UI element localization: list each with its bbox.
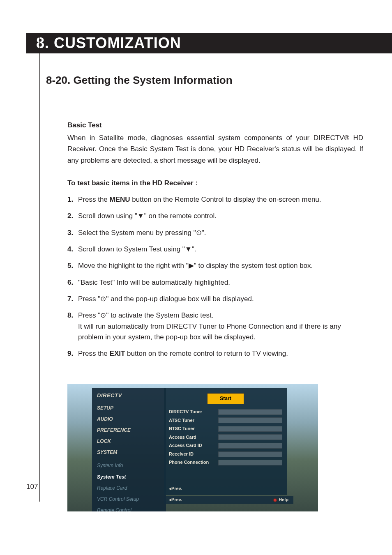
step-number: 7. [67, 294, 78, 304]
step-number: 5. [67, 260, 78, 271]
step-6: 6. "Basic Test" Info will be automatical… [67, 277, 363, 288]
select-icon: ⊙ [100, 295, 106, 303]
step-text: Scroll down to System Test using "▼". [78, 244, 363, 255]
row-label: Access Card [169, 434, 218, 441]
test-row-directv-tuner: DIRECTV Tuner [169, 408, 282, 416]
step-text-fragment: Select the System menu by pressing " [78, 229, 196, 237]
row-value [218, 426, 282, 432]
step-text: Press the EXIT button on the remote cont… [78, 348, 363, 359]
step-7: 7. Press "⊙" and the pop-up dialogue box… [67, 294, 363, 304]
sidebar-item-system-test[interactable]: System Test [97, 472, 161, 483]
exit-bold: EXIT [110, 350, 125, 357]
help-hint: Help [273, 496, 288, 504]
sidebar-item-system-info[interactable]: System Info [97, 460, 161, 471]
step-text-fragment: " to activate the System Basic test. [106, 311, 213, 319]
row-value [218, 409, 282, 415]
step-2: 2. Scroll down using "▼" on the remote c… [67, 211, 363, 221]
step-number: 2. [67, 211, 78, 221]
select-icon: ⊙ [100, 311, 106, 319]
start-button[interactable]: Start [207, 393, 244, 404]
body-text: Basic Test When in Satellite mode, diagn… [67, 120, 363, 511]
row-label: Phone Connection [169, 459, 218, 466]
step-text-fragment: " and the pop-up dialogue box will be di… [106, 295, 254, 303]
step-text-fragment: It will run automatically from DIRECTV T… [78, 322, 341, 341]
step-number: 4. [67, 244, 78, 255]
row-label: Receiver ID [169, 451, 218, 458]
sidebar-item-system[interactable]: SYSTEM [97, 447, 161, 458]
basic-test-heading: Basic Test [67, 120, 363, 131]
step-text: Press "⊙" to activate the System Basic t… [78, 310, 363, 343]
select-icon: ⊙ [196, 229, 202, 237]
row-value [218, 434, 282, 440]
chapter-title: 8. CUSTOMIZATION [36, 35, 181, 52]
left-rule [39, 33, 40, 502]
step-text-fragment: button on the remote control to return t… [125, 350, 288, 357]
step-8: 8. Press "⊙" to activate the System Basi… [67, 310, 363, 343]
sidebar-item-setup[interactable]: SETUP [97, 403, 161, 414]
step-1: 1. Press the MENU button on the Remote C… [67, 194, 363, 205]
instructions-heading: To test basic items in the HD Receiver : [67, 177, 363, 189]
sidebar-item-remote-control[interactable]: Remote Control [97, 505, 161, 511]
step-text-fragment: Scroll down using " [78, 212, 137, 220]
row-value [218, 451, 282, 457]
help-label: Help [279, 497, 288, 502]
step-text: Press "⊙" and the pop-up dialogue box wi… [78, 294, 363, 304]
step-9: 9. Press the EXIT button on the remote c… [67, 348, 363, 359]
tv-screenshot: DIRECTV SETUP AUDIO PREFERENCE LOCK SYST… [67, 384, 318, 511]
test-row-access-card-id: Access Card ID [169, 442, 282, 449]
panel-bottom-bar: ◂Prev. Help [164, 496, 293, 504]
test-row-atsc-tuner: ATSC Tuner [169, 417, 282, 424]
sidebar-item-replace-card[interactable]: Replace Card [97, 483, 161, 494]
step-text-fragment: ". [192, 245, 196, 253]
step-number: 9. [67, 348, 78, 359]
step-number: 1. [67, 194, 78, 205]
step-text-fragment: " on the remote control. [144, 212, 217, 220]
system-test-panel: Start DIRECTV Tuner ATSC Tuner NTSC Tune… [164, 388, 287, 495]
step-4: 4. Scroll down to System Test using "▼". [67, 244, 363, 255]
manual-page: 8. CUSTOMIZATION 8-20. Getting the Syste… [0, 0, 392, 555]
step-5: 5. Move the highlight to the right with … [67, 260, 363, 271]
step-text-fragment: Press " [78, 295, 100, 303]
right-arrow-icon: ▶ [189, 262, 194, 269]
content-area: 8-20. Getting the System Information Bas… [46, 74, 367, 511]
sidebar-item-preference[interactable]: PREFERENCE [97, 425, 161, 436]
sidebar-item-vcr-setup[interactable]: VCR Control Setup [97, 494, 161, 505]
menu-bold: MENU [110, 196, 130, 203]
row-value [218, 443, 282, 449]
step-text-fragment: Move the highlight to the right with " [78, 262, 189, 269]
brand-label: DIRECTV [97, 391, 161, 400]
row-label: DIRECTV Tuner [169, 408, 218, 416]
step-3: 3. Select the System menu by pressing "⊙… [67, 228, 363, 238]
prev-hint-outer: ◂Prev. [169, 496, 182, 504]
step-number: 3. [67, 228, 78, 238]
row-value [218, 460, 282, 465]
prev-hint-inner: ◂Prev. [169, 485, 182, 493]
step-number: 8. [67, 310, 78, 343]
down-arrow-icon: ▼ [137, 212, 144, 220]
test-row-ntsc-tuner: NTSC Tuner [169, 425, 282, 433]
step-text-fragment: " to display the system test option box. [194, 262, 313, 269]
page-number: 107 [26, 483, 38, 491]
step-text: "Basic Test" Info will be automatically … [78, 277, 363, 288]
step-number: 6. [67, 277, 78, 288]
test-row-access-card: Access Card [169, 434, 282, 441]
step-text: Scroll down using "▼" on the remote cont… [78, 211, 363, 221]
step-text-fragment: button on the Remote Control to display … [130, 196, 321, 203]
step-text-fragment: Scroll down to System Test using " [78, 245, 185, 253]
sidebar-item-lock[interactable]: LOCK [97, 436, 161, 447]
section-title: 8-20. Getting the System Information [46, 74, 367, 87]
down-arrow-icon: ▼ [185, 245, 192, 253]
basic-test-paragraph: When in Satellite mode, diagnoses essent… [67, 132, 363, 166]
step-text: Move the highlight to the right with "▶"… [78, 260, 363, 271]
test-row-receiver-id: Receiver ID [169, 451, 282, 458]
menu-sidebar: DIRECTV SETUP AUDIO PREFERENCE LOCK SYST… [92, 388, 166, 511]
sidebar-item-audio[interactable]: AUDIO [97, 414, 161, 425]
sidebar-divider [97, 459, 161, 459]
row-value [218, 417, 282, 423]
step-text-fragment: Press " [78, 311, 100, 319]
step-text: Press the MENU button on the Remote Cont… [78, 194, 363, 205]
test-row-phone-connection: Phone Connection [169, 459, 282, 466]
step-text-fragment: ". [202, 229, 206, 237]
step-text-fragment: Press the [78, 350, 110, 357]
row-label: ATSC Tuner [169, 417, 218, 424]
